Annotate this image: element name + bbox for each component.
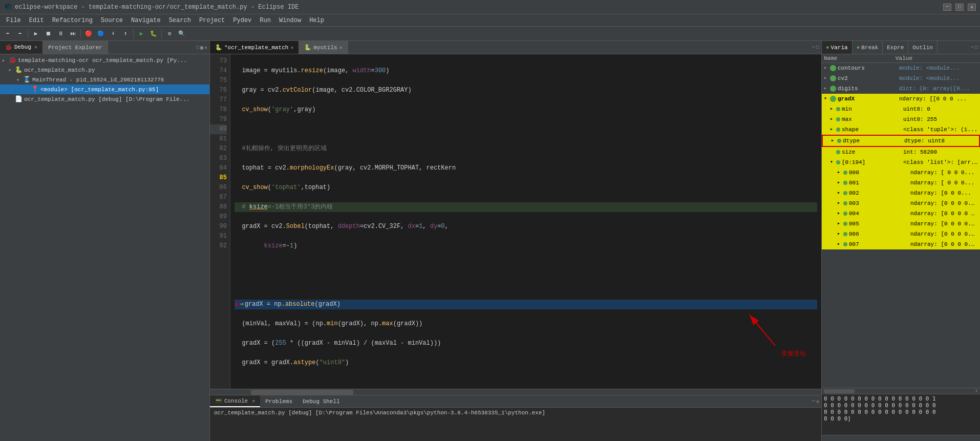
tab-ocr-close[interactable]: ✕ xyxy=(290,45,293,51)
editor-maximize-icon[interactable]: □ xyxy=(816,45,819,50)
toolbar-btn-6[interactable]: ⏭ xyxy=(67,28,78,39)
var-row-cv2[interactable]: ▸ cv2 module: <module... xyxy=(822,73,980,83)
tab-debug-close[interactable]: ✕ xyxy=(34,44,37,50)
var-row-004[interactable]: ▸ 004 ndarray: [0 0 0 0 0... xyxy=(822,208,980,219)
tree-item-2[interactable]: ▾ 🧵 MainThread - pid_15524_id_2902181132… xyxy=(0,75,209,85)
tree-item-3[interactable]: 📍 <module> [ocr_template_match.py:85] xyxy=(0,85,209,94)
var-row-gradx[interactable]: ▾ gradX ndarray: [[0 0 0 ... xyxy=(822,94,980,104)
toolbar: ⬅ ➡ ▶ ⏹ ⏸ ⏭ 🔴 🔵 ⬇ ⬆ ▶ 🐛 ⚙ 🔍 xyxy=(0,27,980,41)
editor-minimize-icon[interactable]: ─ xyxy=(812,45,815,50)
close-panel-icon[interactable]: ✕ xyxy=(204,45,207,51)
menu-search[interactable]: Search xyxy=(165,16,195,25)
var-row-min[interactable]: ▸ min uint8: 0 xyxy=(822,104,980,114)
minimize-panel-icon[interactable]: □ xyxy=(196,45,199,50)
minimize-button[interactable]: ─ xyxy=(943,4,951,11)
main-layout: 🐞 Debug ✕ Project Explorer □ ▣ ✕ ▸ 🐞 tem… xyxy=(0,41,980,441)
tab-problems[interactable]: Problems xyxy=(260,395,297,407)
close-button[interactable]: ✕ xyxy=(968,4,976,11)
var-row-0-194[interactable]: ▾ [0:194] <class 'list'>: [arr... xyxy=(822,157,980,167)
var-icon-max xyxy=(836,117,840,121)
var-row-002[interactable]: ▸ 002 ndarray: [0 0 0... xyxy=(822,188,980,198)
tab-project-explorer[interactable]: Project Explorer xyxy=(43,41,108,54)
tab-outline-label: Outlin xyxy=(912,45,933,51)
tree-item-4[interactable]: 📄 ocr_template_match.py [debug] [D:\Prog… xyxy=(0,94,209,104)
toolbar-btn-7[interactable]: 🔴 xyxy=(83,28,94,39)
var-row-000[interactable]: ▸ 000 ndarray: [ 0 0 0... xyxy=(822,167,980,178)
maximize-button[interactable]: □ xyxy=(955,4,964,11)
toolbar-debug[interactable]: 🐛 xyxy=(148,28,159,39)
menu-window[interactable]: Window xyxy=(275,16,305,25)
var-name-005: 005 xyxy=(849,219,910,228)
bottom-minimize-icon[interactable]: ─ xyxy=(812,398,815,404)
var-value-000: ndarray: [ 0 0 0... xyxy=(910,168,978,177)
right-bottom-scrollbar[interactable] xyxy=(822,435,980,441)
toolbar-btn-5[interactable]: ⏸ xyxy=(55,28,66,39)
menu-help[interactable]: Help xyxy=(305,16,328,25)
tab-variables-label: Varia xyxy=(831,45,848,51)
tab-console[interactable]: 📟 Console ✕ xyxy=(210,395,260,407)
tree-label-4: ocr_template_match.py [debug] [D:\Progra… xyxy=(24,96,189,102)
var-row-003[interactable]: ▸ 003 ndarray: [0 0 0 0... xyxy=(822,198,980,208)
tab-debug[interactable]: 🐞 Debug ✕ xyxy=(0,41,43,54)
menu-project[interactable]: Project xyxy=(195,16,229,25)
right-scroll-right[interactable]: › xyxy=(975,388,980,394)
tab-variables[interactable]: ● Varia xyxy=(822,41,853,54)
menu-edit[interactable]: Edit xyxy=(25,16,48,25)
toolbar-btn-10[interactable]: ⬆ xyxy=(120,28,131,39)
tab-breakpoints[interactable]: ● Break xyxy=(853,41,883,54)
var-row-007[interactable]: ▸ 007 ndarray: [0 0 0 0... xyxy=(822,239,980,249)
toolbar-btn-4[interactable]: ⏹ xyxy=(42,28,54,39)
var-row-digits[interactable]: ▸ digits dict: {0: array([0... xyxy=(822,83,980,94)
var-row-dtype[interactable]: ▸ dtype dtype: uint8 xyxy=(822,135,980,147)
menu-source[interactable]: Source xyxy=(97,16,127,25)
tab-console-close[interactable]: ✕ xyxy=(252,398,255,404)
tab-outline[interactable]: Outlin xyxy=(908,41,938,54)
menu-file[interactable]: File xyxy=(2,16,25,25)
right-horizontal-scrollbar[interactable]: › xyxy=(822,388,980,394)
tree-icon-2: 🧵 xyxy=(23,76,31,83)
tab-expressions[interactable]: Expre xyxy=(883,41,908,54)
var-icon-dtype xyxy=(837,139,841,143)
menu-run[interactable]: Run xyxy=(255,16,275,25)
tab-myutils-close[interactable]: ✕ xyxy=(339,45,343,51)
menu-navigate[interactable]: Navigate xyxy=(127,16,165,25)
tab-console-label: Console xyxy=(224,398,248,404)
toolbar-btn-2[interactable]: ➡ xyxy=(14,28,26,39)
var-row-005[interactable]: ▸ 005 ndarray: [0 0 0 0... xyxy=(822,219,980,229)
var-arrow-digits: ▸ xyxy=(824,84,830,93)
var-row-006[interactable]: ▸ 006 ndarray: [0 0 0 0... xyxy=(822,229,980,239)
right-maximize-icon[interactable]: □ xyxy=(975,45,978,50)
tab-debug-shell[interactable]: Debug Shell xyxy=(297,395,345,407)
toolbar-btn-3[interactable]: ▶ xyxy=(30,28,41,39)
left-panel-tabs: 🐞 Debug ✕ Project Explorer □ ▣ ✕ xyxy=(0,41,209,54)
code-horizontal-scrollbar[interactable] xyxy=(210,389,821,395)
toolbar-btn-11[interactable]: ⚙ xyxy=(164,28,175,39)
tab-myutils[interactable]: 🐍 myutils ✕ xyxy=(299,41,348,54)
tree-label-1: ocr_template_match.py xyxy=(24,67,95,73)
toolbar-btn-8[interactable]: 🔵 xyxy=(95,28,106,39)
var-row-size[interactable]: size int: 58200 xyxy=(822,147,980,157)
menu-refactoring[interactable]: Refactoring xyxy=(48,16,97,25)
bottom-close-icon[interactable]: ✕ xyxy=(816,398,819,405)
menu-pydev[interactable]: Pydev xyxy=(229,16,255,25)
var-value-shape: <class 'tuple'>: (1... xyxy=(903,125,978,134)
maximize-panel-icon[interactable]: ▣ xyxy=(200,45,203,51)
toolbar-run[interactable]: ▶ xyxy=(136,28,147,39)
var-row-shape[interactable]: ▸ shape <class 'tuple'>: (1... xyxy=(822,124,980,135)
var-icon-0-194 xyxy=(836,160,840,164)
var-row-contours[interactable]: ▸ contours module: <module... xyxy=(822,63,980,73)
code-line-87: gradX = (255 * ((gradX - minVal) / (maxV… xyxy=(235,339,817,348)
right-minimize-icon[interactable]: ─ xyxy=(971,45,974,50)
toolbar-btn-9[interactable]: ⬇ xyxy=(108,28,119,39)
tab-ocr-template-match[interactable]: 🐍 *ocr_template_match ✕ xyxy=(210,41,299,54)
var-value-002: ndarray: [0 0 0... xyxy=(910,188,978,198)
var-row-001[interactable]: ▸ 001 ndarray: [ 0 0 0... xyxy=(822,178,980,188)
code-content[interactable]: image = myutils.resize(image, width=300)… xyxy=(230,54,821,389)
var-row-max[interactable]: ▸ max uint8: 255 xyxy=(822,114,980,124)
tree-item-0[interactable]: ▸ 🐞 template-matching-ocr ocr_template_m… xyxy=(0,55,209,65)
toolbar-btn-12[interactable]: 🔍 xyxy=(176,28,187,39)
tree-item-1[interactable]: ▾ 🐍 ocr_template_match.py xyxy=(0,65,209,75)
toolbar-btn-1[interactable]: ⬅ xyxy=(2,28,13,39)
title-bar: 🌑 eclipse-workspace - template-matching-… xyxy=(0,0,980,14)
tab-ocr-label: *ocr_template_match xyxy=(224,45,288,51)
